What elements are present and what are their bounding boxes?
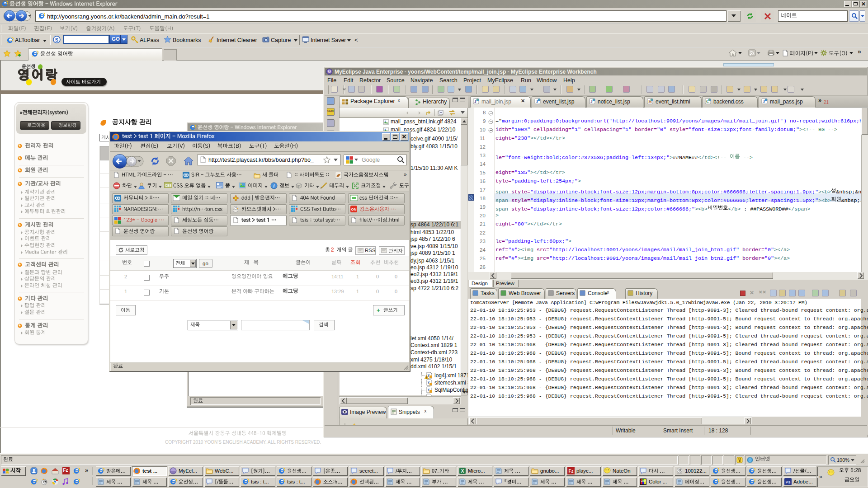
- svg-text:M: M: [328, 70, 331, 74]
- svg-text:J: J: [536, 99, 538, 104]
- svg-text:CSS: CSS: [165, 184, 172, 187]
- svg-text:S: S: [55, 37, 58, 42]
- svg-text:y: y: [428, 380, 429, 384]
- svg-text:Ps: Ps: [785, 480, 790, 484]
- svg-text:ON: ON: [351, 207, 357, 211]
- svg-text:Fz: Fz: [568, 469, 573, 474]
- svg-text:Color: Color: [641, 479, 646, 482]
- svg-text:J: J: [763, 99, 765, 104]
- svg-text:J: J: [590, 99, 593, 104]
- svg-text:i: i: [274, 183, 275, 188]
- svg-text:X: X: [461, 469, 464, 474]
- svg-text:y: y: [428, 388, 429, 391]
- svg-text:J: J: [474, 99, 476, 104]
- svg-text:!: !: [426, 376, 427, 379]
